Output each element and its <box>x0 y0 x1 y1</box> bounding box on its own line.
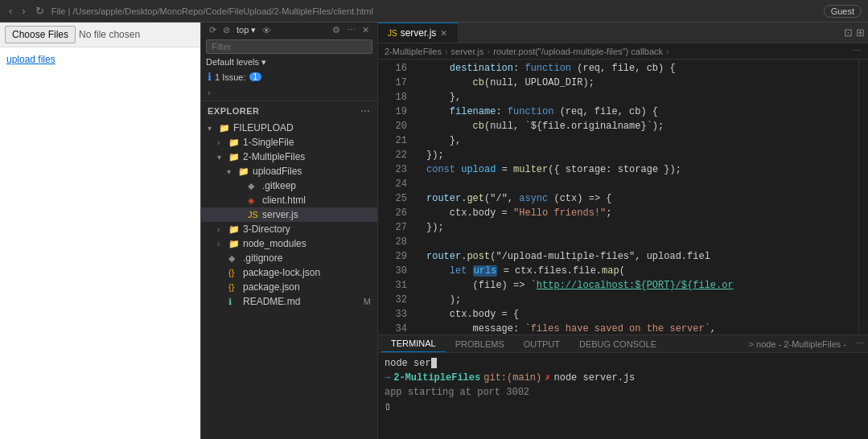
guest-button[interactable]: Guest <box>824 5 862 18</box>
code-token: ); <box>426 293 461 307</box>
code-token: (req, file, cb) { <box>571 61 676 76</box>
tree-item-package-json[interactable]: {} package.json <box>201 280 377 294</box>
code-token: }, <box>426 90 461 105</box>
code-token: : <box>496 105 507 119</box>
problems-sync-button[interactable]: ⟳ <box>206 24 220 36</box>
reload-button[interactable]: ↻ <box>33 4 47 18</box>
choose-files-button[interactable]: Choose Files <box>5 26 76 43</box>
code-line-17: cb(null, UPLOAD_DIR); <box>413 76 858 90</box>
tree-item-package-lock[interactable]: {} package-lock.json <box>201 265 377 280</box>
code-token: http://localhost:${PORT}/${file.or <box>537 278 734 293</box>
line-numbers: 16 17 18 19 20 21 22 23 24 25 26 27 28 2… <box>378 59 413 334</box>
tree-item-client-html[interactable]: ◈ client.html <box>201 193 377 207</box>
minimap <box>858 59 868 334</box>
breadcrumb-server-js[interactable]: server.js <box>451 47 484 56</box>
terminal-tab-problems[interactable]: PROBLEMS <box>446 336 514 352</box>
problems-more-button[interactable]: ⋯ <box>343 24 359 36</box>
code-token: upload <box>461 162 496 177</box>
terminal-line-2: → 2-MultipleFiles git:(main) ✗ node serv… <box>385 371 862 385</box>
code-token <box>426 264 450 278</box>
code-line-16: destination: function (req, file, cb) { <box>413 61 858 76</box>
code-content[interactable]: destination: function (req, file, cb) { … <box>413 59 858 334</box>
code-token: map <box>602 264 619 278</box>
split-editor-button[interactable]: ⊡ <box>844 27 853 39</box>
tree-item-node-modules[interactable]: › 📁 node_modules <box>201 236 377 251</box>
code-token: files have saved on the server <box>531 322 705 334</box>
tree-label-3-directory: 3-Directory <box>243 224 290 235</box>
code-token: async <box>519 191 548 206</box>
terminal-prompt-cursor: ▯ <box>385 400 390 414</box>
tree-label-gitignore: .gitignore <box>243 252 282 264</box>
code-token <box>467 264 472 278</box>
filter-input[interactable] <box>206 39 372 54</box>
browser-pane: Choose Files No file chosen upload files <box>0 23 201 439</box>
tree-item-3-directory[interactable]: › 📁 3-Directory <box>201 222 377 236</box>
terminal-tab-terminal[interactable]: TERMINAL <box>381 335 446 352</box>
tree-item-uploadfiles[interactable]: ▾ 📁 uploadFiles <box>201 164 377 178</box>
terminal-arrow: → <box>385 371 390 385</box>
tree-label-readme: README.md <box>243 296 300 307</box>
js-file-icon: JS <box>248 210 259 220</box>
tab-server-js[interactable]: JS server.js ✕ <box>378 23 459 43</box>
issue-icon: ℹ <box>208 71 212 83</box>
code-token: get <box>467 191 484 206</box>
breadcrumb-sep-2: › <box>487 47 491 56</box>
tree-item-gitignore[interactable]: ◆ .gitignore <box>201 251 377 265</box>
code-token: const <box>426 162 461 177</box>
toggle-panel-button[interactable]: ⊞ <box>856 27 865 39</box>
problems-settings-button[interactable]: ⚙ <box>329 24 343 36</box>
tree-label-package-lock: package-lock.json <box>243 267 320 278</box>
breadcrumb-more-button[interactable]: ⋯ <box>853 46 862 56</box>
code-line-20: cb(null, `${file.originalname}`); <box>413 119 858 133</box>
default-levels-dropdown[interactable]: Default levels ▾ <box>201 55 377 69</box>
problems-close-button[interactable]: ✕ <box>359 24 372 36</box>
line-num-31: 31 <box>385 278 407 293</box>
code-token: (null, UPLOAD_DIR); <box>484 76 594 90</box>
explorer-header: EXPLORER ⋯ <box>201 101 377 121</box>
terminal-tabs: TERMINAL PROBLEMS OUTPUT DEBUG CONSOLE >… <box>378 335 868 353</box>
line-num-27: 27 <box>385 220 407 235</box>
terminal-content[interactable]: node ser → 2-MultipleFiles git:(main) ✗ … <box>378 353 868 439</box>
terminal-section: TERMINAL PROBLEMS OUTPUT DEBUG CONSOLE >… <box>378 334 868 439</box>
code-line-30: let urls = ctx.files.file.map( <box>413 264 858 278</box>
chevron-right-icon: › <box>217 225 225 234</box>
code-token: ctx.body = { <box>426 307 519 322</box>
code-token: ({ storage: storage }); <box>548 162 681 177</box>
code-token: filename <box>426 105 496 119</box>
problems-filter-row <box>201 38 377 55</box>
problems-clear-button[interactable]: ⊘ <box>220 24 233 36</box>
file-icon-gitkeep: ◆ <box>248 181 259 191</box>
back-button[interactable]: ‹ <box>6 4 14 18</box>
tab-close-button[interactable]: ✕ <box>439 28 448 39</box>
terminal-tab-debug[interactable]: DEBUG CONSOLE <box>570 336 666 352</box>
terminal-more-button[interactable]: ⋯ <box>856 336 865 352</box>
browser-toolbar: Choose Files No file chosen <box>0 23 200 47</box>
upload-link[interactable]: upload files <box>6 54 56 65</box>
tree-item-readme[interactable]: ℹ README.md M <box>201 294 377 309</box>
tree-label-uploadfiles: uploadFiles <box>253 166 302 177</box>
tree-item-gitkeep[interactable]: ◆ .gitkeep <box>201 178 377 193</box>
expand-issue-arrow[interactable]: › <box>201 84 377 101</box>
code-line-22: }); <box>413 148 858 162</box>
forward-button[interactable]: › <box>19 4 27 18</box>
problems-top-button[interactable]: top ▾ <box>233 24 259 36</box>
code-line-26: ctx.body = "Hello friends!"; <box>413 206 858 220</box>
issue-item: ℹ 1 Issue: 1 <box>201 69 377 84</box>
breadcrumb-callback[interactable]: router.post("/upload-multiple-files") ca… <box>493 47 663 56</box>
breadcrumb-sep-3: › <box>666 47 669 56</box>
tree-item-2-multiplefiles[interactable]: ▾ 📁 2-MultipleFiles <box>201 150 377 164</box>
tree-item-fileupload[interactable]: ▾ 📁 FILEUPLOAD <box>201 121 377 135</box>
problems-toolbar-row: ⟳ ⊘ top ▾ 👁 ⚙ ⋯ ✕ <box>201 23 377 38</box>
line-num-28: 28 <box>385 235 407 249</box>
line-num-20: 20 <box>385 119 407 133</box>
tree-item-server-js[interactable]: JS server.js <box>201 207 377 222</box>
code-token: let <box>450 264 467 278</box>
terminal-tab-output[interactable]: OUTPUT <box>514 336 570 352</box>
breadcrumb-2-multiplefiles[interactable]: 2-MultipleFiles <box>385 47 442 56</box>
tree-item-1-singlefile[interactable]: › 📁 1-SingleFile <box>201 135 377 150</box>
problems-eye-button[interactable]: 👁 <box>259 25 274 36</box>
code-line-28 <box>413 235 858 249</box>
code-token <box>426 119 473 133</box>
explorer-more-button[interactable]: ⋯ <box>360 105 371 117</box>
explorer-section: EXPLORER ⋯ ▾ 📁 FILEUPLOAD › 📁 1-SingleFi… <box>201 101 377 309</box>
